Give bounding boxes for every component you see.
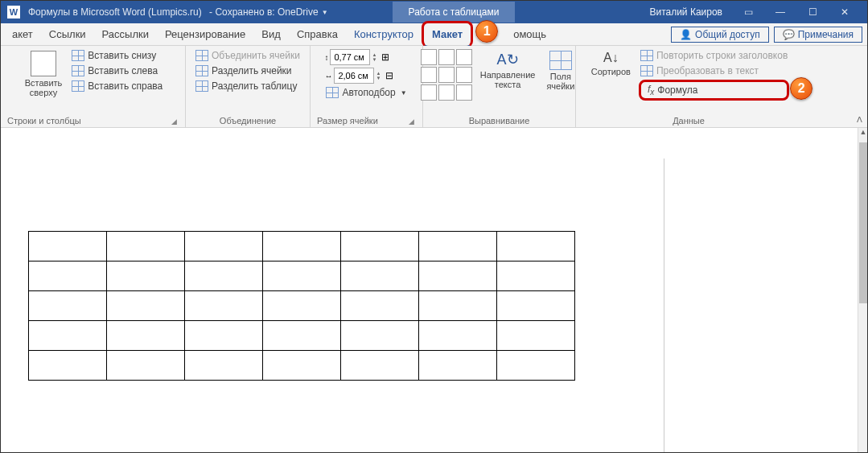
context-tab-table-tools: Работа с таблицами — [393, 2, 516, 23]
text-direction-label: Направление текста — [480, 70, 536, 89]
insert-right-button[interactable]: Вставить справа — [70, 80, 164, 93]
ribbon-display-options-icon[interactable]: ▭ — [732, 6, 764, 18]
group-alignment: A↻ Направление текста Поля ячейки Выравн… — [423, 46, 576, 127]
insert-above-label: Вставить сверху — [25, 78, 63, 97]
group-cell-size: ↕ ▲▼ ⊞ ↔ ▲▼ ⊟ Автоподбор▼ Размер ячейки … — [311, 46, 423, 127]
align-middle-center[interactable] — [438, 67, 455, 83]
formula-label: Формула — [657, 84, 697, 96]
autofit-button[interactable]: Автоподбор▼ — [324, 86, 408, 99]
sort-label: Сортиров — [591, 67, 631, 76]
insert-above-button[interactable]: Вставить сверху — [22, 49, 66, 99]
tab-table-design[interactable]: Конструктор — [346, 23, 422, 46]
tab-mailings[interactable]: Рассылки — [94, 23, 157, 46]
tab-references[interactable]: Ссылки — [41, 23, 94, 46]
ribbon: Вставить сверху Вставить снизу Вставить … — [1, 46, 867, 128]
split-cells-button[interactable]: Разделить ячейки — [194, 64, 302, 77]
vertical-scrollbar[interactable]: ▲ — [858, 128, 867, 452]
cell-margins-button[interactable]: Поля ячейки — [543, 49, 578, 93]
sort-button[interactable]: A↓ Сортиров — [588, 49, 634, 78]
row-height-field[interactable] — [330, 49, 370, 65]
alignment-grid — [421, 49, 472, 101]
group-rows-columns: Вставить сверху Вставить снизу Вставить … — [1, 46, 186, 127]
insert-below-button[interactable]: Вставить снизу — [70, 49, 164, 62]
align-bottom-left[interactable] — [421, 84, 437, 101]
repeat-header-rows-button[interactable]: Повторить строки заголовков — [639, 49, 789, 62]
tab-review[interactable]: Рецензирование — [157, 23, 253, 46]
dialog-launcher-icon[interactable]: ◢ — [409, 117, 414, 126]
split-table-icon — [195, 80, 208, 92]
tab-table-layout[interactable]: Макет 1 — [422, 21, 473, 47]
callout-badge-1: 1 — [475, 20, 498, 43]
formula-button[interactable]: fx Формула 2 — [639, 80, 789, 101]
insert-right-icon — [72, 80, 84, 92]
comments-button[interactable]: 💬Примечания — [774, 27, 862, 43]
callout-badge-2: 2 — [790, 77, 812, 100]
distribute-cols-icon[interactable]: ⊟ — [385, 70, 393, 81]
group-alignment-label: Выравнивание — [469, 114, 530, 126]
merge-cells-icon — [195, 50, 208, 61]
tab-view[interactable]: Вид — [253, 23, 289, 46]
col-width-field[interactable] — [334, 68, 374, 84]
group-rows-columns-label: Строки и столбцы — [7, 114, 81, 126]
close-icon[interactable]: ✕ — [829, 6, 861, 18]
col-width-input[interactable]: ↔ ▲▼ ⊟ — [324, 68, 408, 84]
split-cells-icon — [195, 65, 208, 76]
page — [1, 159, 664, 452]
scrollbar-thumb[interactable] — [859, 142, 867, 303]
cell-margins-icon — [549, 51, 572, 70]
word-icon: W — [7, 6, 20, 19]
group-merge-label: Объединение — [220, 114, 276, 126]
share-icon: 👤 — [680, 29, 692, 40]
saved-location[interactable]: - Сохранено в: OneDrive — [207, 6, 319, 18]
scroll-up-icon[interactable]: ▲ — [858, 128, 868, 141]
merge-cells-button[interactable]: Объединить ячейки — [194, 49, 302, 62]
maximize-icon[interactable]: ☐ — [796, 6, 829, 18]
chevron-down-icon[interactable]: ▼ — [322, 9, 328, 16]
insert-above-icon — [31, 51, 56, 76]
sort-icon: A↓ — [603, 51, 619, 65]
text-direction-icon: A↻ — [497, 51, 519, 68]
document-title: Формулы в Microsoft Word (Lumpics.ru) — [28, 6, 202, 18]
align-top-right[interactable] — [456, 49, 472, 65]
title-bar: W Формулы в Microsoft Word (Lumpics.ru) … — [1, 1, 867, 23]
split-table-button[interactable]: Разделить таблицу — [194, 80, 302, 93]
align-top-center[interactable] — [438, 49, 455, 65]
document-area[interactable] — [1, 128, 858, 452]
group-cell-size-label: Размер ячейки — [317, 114, 378, 126]
align-bottom-right[interactable] — [456, 84, 472, 101]
height-icon: ↕ — [324, 53, 328, 62]
tab-layout-partial[interactable]: акет — [4, 23, 41, 46]
collapse-ribbon-icon[interactable]: ᐱ — [857, 115, 862, 124]
row-height-input[interactable]: ↕ ▲▼ ⊞ — [324, 49, 408, 65]
insert-left-button[interactable]: Вставить слева — [70, 64, 164, 77]
ribbon-tabs: акет Ссылки Рассылки Рецензирование Вид … — [1, 23, 867, 46]
convert-icon — [640, 65, 653, 76]
autofit-icon — [326, 87, 339, 98]
align-middle-left[interactable] — [421, 67, 437, 83]
group-merge: Объединить ячейки Разделить ячейки Разде… — [186, 46, 311, 127]
group-data: A↓ Сортиров Повторить строки заголовков … — [576, 46, 801, 127]
cell-margins-label: Поля ячейки — [546, 72, 574, 91]
text-direction-button[interactable]: A↻ Направление текста — [477, 49, 539, 91]
minimize-icon[interactable]: — — [764, 6, 796, 18]
formula-icon: fx — [648, 84, 654, 97]
tab-help[interactable]: Справка — [289, 23, 346, 46]
document-table[interactable] — [28, 231, 575, 381]
distribute-rows-icon[interactable]: ⊞ — [381, 51, 389, 63]
share-button[interactable]: 👤Общий доступ — [671, 27, 769, 43]
comment-icon: 💬 — [783, 29, 795, 40]
align-bottom-center[interactable] — [438, 84, 455, 101]
width-icon: ↔ — [324, 72, 332, 80]
dialog-launcher-icon[interactable]: ◢ — [171, 117, 177, 126]
insert-left-icon — [72, 65, 84, 76]
convert-to-text-button[interactable]: Преобразовать в текст — [639, 64, 789, 77]
tab-help-partial[interactable]: омощь — [505, 23, 554, 46]
insert-below-icon — [72, 50, 84, 61]
align-top-left[interactable] — [421, 49, 437, 65]
tab-table-layout-label: Макет — [432, 28, 463, 40]
user-name[interactable]: Виталий Каиров — [649, 6, 722, 18]
align-middle-right[interactable] — [456, 67, 472, 83]
repeat-header-icon — [640, 50, 653, 61]
group-data-label: Данные — [673, 114, 705, 126]
